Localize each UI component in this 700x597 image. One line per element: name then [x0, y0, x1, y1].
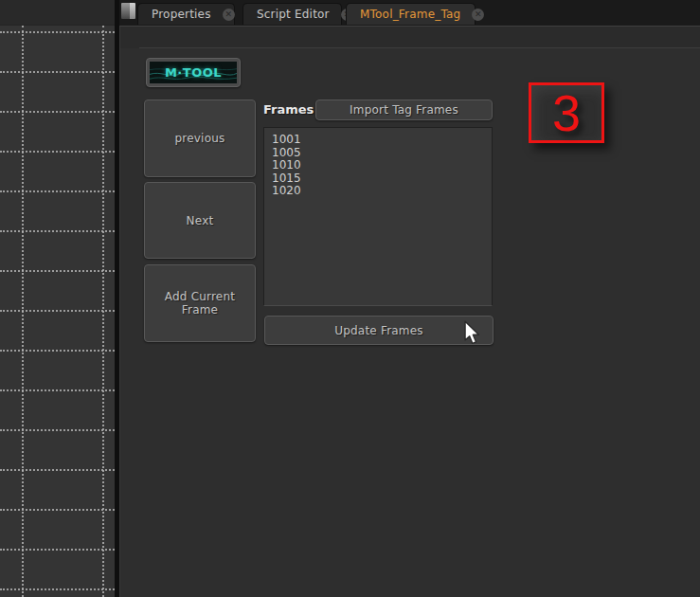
panel-header: [120, 27, 700, 48]
frames-list[interactable]: 1001 1005 1010 1015 1020: [263, 127, 493, 306]
mtool-logo-image: M·TOOL: [150, 62, 237, 83]
frame-list-item[interactable]: 1001: [272, 134, 492, 147]
grid-line-h: [0, 31, 115, 33]
tab-mtool-frame-tag[interactable]: MTool_Frame_Tag ✕: [346, 3, 476, 25]
grid-line-h: [0, 469, 115, 471]
grid-line-h: [0, 230, 115, 232]
next-button[interactable]: Next: [144, 182, 256, 259]
grid-line-h: [0, 429, 115, 431]
grid-line-v: [22, 26, 24, 597]
grid-line-h: [0, 549, 115, 551]
frame-list-item[interactable]: 1010: [272, 159, 492, 172]
import-tag-frames-button[interactable]: Import Tag Frames: [315, 100, 493, 120]
add-current-frame-button[interactable]: Add Current Frame: [144, 264, 256, 342]
tab-properties[interactable]: Properties ✕: [137, 3, 235, 25]
grid-line-h: [0, 111, 115, 113]
grid-line-h: [0, 509, 115, 511]
frames-label: Frames: [263, 102, 314, 117]
grid-line-v: [102, 26, 104, 597]
grid-line-h: [0, 350, 115, 352]
mtool-panel: M·TOOL previous Next Add Current Frame F…: [119, 26, 700, 597]
frame-list-item[interactable]: 1005: [272, 147, 492, 160]
logo-text: M·TOOL: [150, 64, 237, 79]
close-icon[interactable]: ✕: [472, 9, 484, 21]
grid-line-h: [0, 310, 115, 312]
close-icon[interactable]: ✕: [223, 9, 235, 21]
tab-label: Script Editor: [257, 8, 330, 21]
grid-line-h: [0, 151, 115, 153]
annotation-number: 3: [552, 87, 581, 138]
update-frames-button[interactable]: Update Frames: [264, 316, 494, 345]
node-graph[interactable]: [0, 0, 115, 597]
pane-menu-icon[interactable]: [121, 3, 135, 19]
tab-bar: Properties ✕ Script Editor ✕ MTool_Frame…: [119, 0, 700, 26]
pane-menu-icon-right: [130, 3, 135, 19]
grid-line-h: [0, 190, 115, 192]
grid-line-h: [0, 71, 115, 73]
tab-script-editor[interactable]: Script Editor ✕: [242, 3, 342, 25]
grid-line-h: [0, 389, 115, 391]
frame-list-item[interactable]: 1015: [272, 172, 492, 186]
frame-list-item[interactable]: 1020: [272, 185, 492, 198]
tab-label: Properties: [152, 8, 211, 21]
pane-menu-icon-left: [121, 3, 130, 19]
tab-label: MTool_Frame_Tag: [360, 8, 460, 21]
screen: Properties ✕ Script Editor ✕ MTool_Frame…: [0, 0, 700, 597]
mtool-logo: M·TOOL: [146, 58, 241, 87]
previous-button[interactable]: previous: [144, 100, 256, 177]
grid-line-h: [0, 270, 115, 272]
grid-line-h: [0, 588, 115, 590]
annotation-step-box: 3: [529, 82, 604, 143]
node-graph-top-strip: [0, 0, 115, 26]
